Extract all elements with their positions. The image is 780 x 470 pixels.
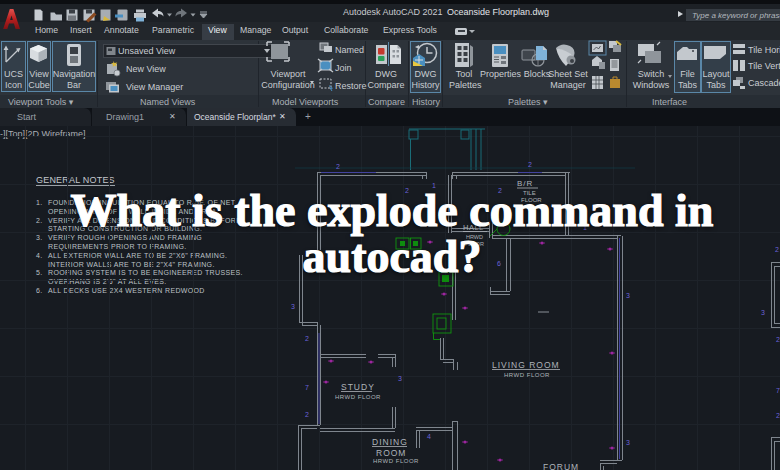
svg-text:HRWD FLOOR: HRWD FLOOR: [335, 394, 381, 400]
svg-text:HRWD FLOOR: HRWD FLOOR: [373, 458, 419, 464]
svg-text:3: 3: [626, 439, 630, 446]
svg-text:2: 2: [776, 412, 780, 419]
svg-text:4: 4: [427, 433, 431, 440]
svg-text:3: 3: [398, 375, 402, 382]
svg-text:FORUM: FORUM: [543, 462, 579, 470]
svg-text:3: 3: [626, 292, 630, 299]
svg-text:7: 7: [776, 387, 780, 394]
svg-text:2: 2: [776, 336, 780, 343]
svg-text:STUDY: STUDY: [341, 382, 375, 392]
svg-text:LIVING ROOM: LIVING ROOM: [492, 360, 560, 370]
svg-text:7: 7: [305, 384, 309, 391]
svg-text:2: 2: [305, 335, 309, 342]
svg-text:2: 2: [305, 411, 309, 418]
svg-text:DINING: DINING: [372, 437, 408, 447]
svg-text:2: 2: [336, 163, 340, 170]
svg-text:3: 3: [291, 303, 295, 310]
svg-text:ROOM: ROOM: [376, 448, 406, 458]
svg-text:HRWD FLOOR: HRWD FLOOR: [504, 372, 550, 378]
svg-text:3: 3: [761, 309, 765, 316]
svg-text:2: 2: [528, 161, 532, 168]
